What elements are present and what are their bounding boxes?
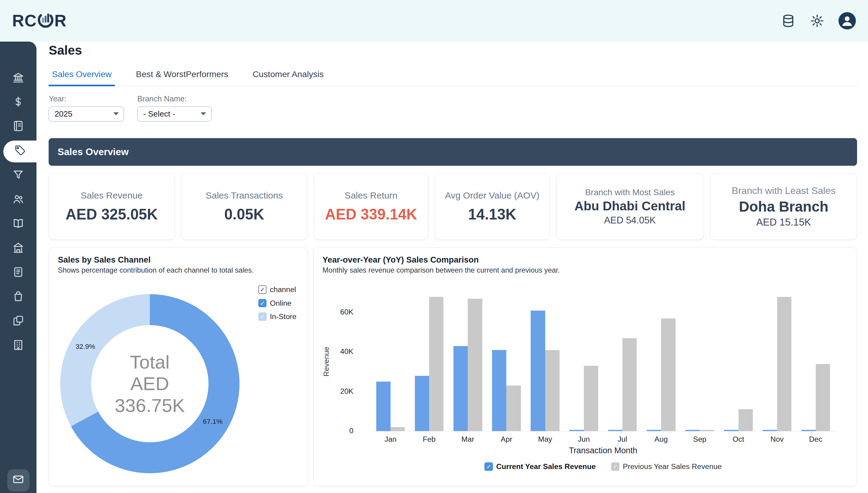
- current-year-bar-nov[interactable]: [763, 430, 777, 431]
- chart-title: Sales by Sales Channel: [58, 255, 299, 265]
- x-tick-label: Aug: [642, 435, 681, 444]
- kpi-row: Sales Revenue AED 325.05K Sales Transact…: [48, 173, 857, 240]
- year-filter: Year: 2025: [48, 94, 124, 122]
- sidebar-item-customers[interactable]: [0, 189, 37, 211]
- current-year-bar-apr[interactable]: [492, 350, 506, 431]
- x-tick-label: Sep: [681, 435, 719, 444]
- sidebar-item-finance[interactable]: [0, 92, 37, 114]
- mail-icon: [12, 473, 24, 488]
- previous-year-bar-may[interactable]: [545, 350, 560, 431]
- sidebar-item-branches[interactable]: [0, 238, 37, 260]
- branch-select[interactable]: - Select -: [137, 107, 211, 122]
- kpi-title: Sales Revenue: [81, 190, 143, 201]
- previous-year-bar-jul[interactable]: [622, 338, 637, 431]
- sidebar: [0, 42, 37, 493]
- current-year-bar-oct[interactable]: [724, 430, 738, 431]
- previous-year-bar-sep[interactable]: [700, 430, 714, 431]
- legend-instore[interactable]: ✓ In-Store: [258, 313, 297, 321]
- sidebar-item-dashboard[interactable]: [0, 67, 37, 89]
- kpi-value: Doha Branch: [739, 198, 828, 215]
- sidebar-item-documents[interactable]: [0, 310, 37, 333]
- month-group-nov: Nov: [758, 293, 796, 431]
- current-year-bar-feb[interactable]: [415, 376, 429, 431]
- user-avatar[interactable]: [839, 12, 855, 29]
- current-year-bar-jun[interactable]: [569, 430, 584, 431]
- legend-previous-year[interactable]: ✓ Previous Year Sales Revenue: [611, 462, 722, 471]
- app-logo[interactable]: RC R: [12, 9, 66, 33]
- x-tick-label: Apr: [487, 435, 526, 444]
- chevron-down-icon: [201, 112, 206, 115]
- tag-icon: [14, 144, 26, 158]
- sidebar-item-filters[interactable]: [0, 165, 37, 187]
- funnel-icon: [12, 169, 24, 183]
- current-year-bar-dec[interactable]: [802, 430, 816, 431]
- legend-online[interactable]: ✓ Online: [258, 299, 297, 307]
- checkbox-instore[interactable]: ✓: [258, 313, 266, 321]
- previous-year-bar-jun[interactable]: [584, 366, 598, 431]
- x-tick-label: Feb: [410, 435, 448, 444]
- shopping-bag-icon: [12, 290, 24, 304]
- current-year-bar-sep[interactable]: [685, 430, 700, 431]
- sidebar-item-warehouse[interactable]: [0, 335, 37, 357]
- section-title: Sales Overview: [57, 146, 128, 157]
- tab-sales-overview[interactable]: Sales Overview: [48, 64, 115, 87]
- yoy-card: Year-over-Year (YoY) Sales Comparison Mo…: [314, 248, 857, 486]
- previous-year-bar-feb[interactable]: [429, 297, 443, 431]
- tab-customer-analysis[interactable]: Customer Analysis: [249, 64, 327, 87]
- previous-year-bar-apr[interactable]: [506, 386, 521, 431]
- top-bar: RC R: [0, 0, 868, 42]
- branch-filter: Branch Name: - Select -: [137, 94, 211, 122]
- journal-icon: [12, 120, 24, 134]
- x-tick-label: Jan: [371, 435, 410, 444]
- previous-year-bar-dec[interactable]: [816, 364, 830, 431]
- current-year-bar-mar[interactable]: [453, 346, 468, 431]
- year-select[interactable]: 2025: [48, 107, 124, 122]
- checkbox-current-year[interactable]: ✓: [484, 462, 493, 471]
- kpi-title: Sales Return: [345, 190, 398, 201]
- filter-bar: Year: 2025 Branch Name: - Select -: [48, 94, 857, 122]
- legend-channel-header[interactable]: ✓ channel: [258, 285, 297, 294]
- kpi-sales-transactions: Sales Transactions 0.05K: [181, 173, 307, 240]
- kpi-subvalue: AED 54.05K: [604, 215, 655, 226]
- x-tick-label: May: [526, 435, 564, 444]
- topbar-actions: [781, 12, 856, 29]
- checkbox-online[interactable]: ✓: [258, 299, 266, 307]
- checkbox-previous-year[interactable]: ✓: [611, 462, 619, 471]
- current-year-bar-jan[interactable]: [376, 382, 390, 431]
- book-open-icon: [12, 217, 24, 232]
- bank-icon: [12, 71, 24, 86]
- kpi-value: 0.05K: [224, 206, 264, 223]
- kpi-sales-return: Sales Return AED 339.14K: [314, 173, 428, 240]
- checkbox-channel[interactable]: ✓: [258, 285, 266, 294]
- x-tick-label: Dec: [796, 435, 835, 444]
- sidebar-item-ledger[interactable]: [0, 116, 37, 138]
- kpi-avg-order-value: Avg Order Value (AOV) 14.13K: [435, 173, 549, 240]
- tab-best-worst-performers[interactable]: Best & WorstPerformers: [133, 64, 231, 87]
- channel-donut[interactable]: 32.9% 67.1% Total AED 336.75K: [60, 294, 240, 473]
- sidebar-item-messages[interactable]: [7, 469, 29, 492]
- previous-year-bar-oct[interactable]: [739, 409, 753, 431]
- current-year-bar-aug[interactable]: [647, 430, 661, 431]
- x-tick-label: Mar: [449, 435, 487, 444]
- month-group-jan: Jan: [371, 293, 410, 431]
- donut-center-label: Total AED 336.75K: [91, 325, 208, 442]
- previous-year-bar-aug[interactable]: [661, 318, 675, 431]
- gear-icon[interactable]: [810, 14, 824, 28]
- month-group-apr: Apr: [487, 293, 526, 431]
- sidebar-item-sales[interactable]: [3, 141, 37, 163]
- month-group-feb: Feb: [410, 293, 448, 431]
- month-group-sep: Sep: [681, 293, 719, 431]
- month-group-aug: Aug: [642, 293, 681, 431]
- previous-year-bar-nov[interactable]: [777, 297, 791, 431]
- sidebar-item-reports[interactable]: [0, 213, 37, 236]
- kpi-title: Avg Order Value (AOV): [445, 190, 540, 201]
- current-year-bar-may[interactable]: [531, 310, 545, 431]
- database-icon[interactable]: [781, 14, 795, 28]
- sidebar-item-purchases[interactable]: [0, 286, 37, 308]
- legend-current-year[interactable]: ✓ Current Year Sales Revenue: [484, 462, 596, 471]
- previous-year-bar-jan[interactable]: [390, 427, 405, 431]
- sales-channel-card: Sales by Sales Channel Shows percentage …: [48, 248, 307, 486]
- previous-year-bar-mar[interactable]: [468, 299, 482, 431]
- sidebar-item-invoices[interactable]: [0, 262, 37, 284]
- current-year-bar-jul[interactable]: [608, 430, 622, 431]
